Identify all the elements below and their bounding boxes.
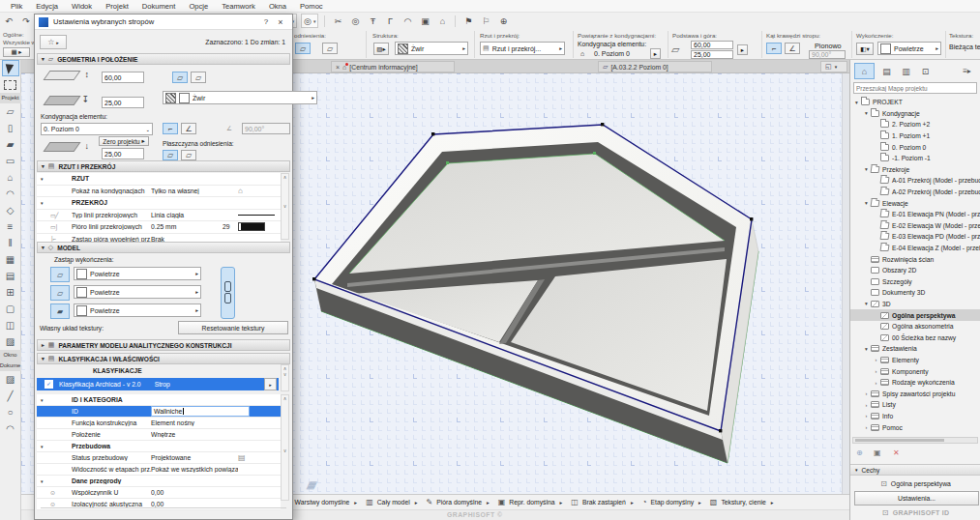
quick-structure-display[interactable]: ▥ Cały model [366,498,417,506]
object-tool[interactable]: ◫ [2,317,19,333]
delete-icon[interactable]: ✕ [893,448,900,457]
quick-layers[interactable]: ▤ Warstwy domyślne [283,498,357,506]
reference-plane-icon-1[interactable]: ▱ [163,150,178,160]
navigator-search-input[interactable] [853,82,977,94]
edge-angle-field[interactable] [809,50,846,59]
property-row[interactable]: ⊙ Współczynnik U 0,00 [37,487,281,499]
tab-close-icon[interactable]: × [336,64,340,71]
tree-item[interactable]: ▾ 3D [850,299,980,310]
tree-item[interactable]: Obszary 2D [850,265,980,276]
quick-renovation[interactable]: ◔ Etap domyślny [642,498,701,506]
tree-item[interactable]: ▾ Przekroje [850,164,980,176]
zero-reference-button[interactable]: Zero projektu ▸ [99,136,149,146]
story-link-button[interactable]: ▸ [650,48,661,59]
edge-custom-icon[interactable]: ∠ [785,43,800,54]
classification-more-button[interactable]: ▸ [264,378,277,390]
project-map-icon[interactable]: ⌂ [854,63,875,79]
navigator-settings-button[interactable]: Ustawienia... [854,491,979,506]
quick-3d-style[interactable]: ▧ Tekstury, cienie [710,498,774,506]
tree-item[interactable]: ▾ Kondygnacje [850,108,980,120]
section-geometry[interactable]: ▱GEOMETRIA I POŁOŻENIE [37,53,290,65]
menu-item[interactable]: Opcje [182,2,215,11]
adjust-tool-button[interactable]: Ŧ [365,14,380,28]
view-map-icon[interactable]: ▤ [876,63,897,79]
tree-item[interactable]: › Spisy zawartości projektu [850,388,980,399]
property-row[interactable]: ID I KATEGORIA [37,394,281,406]
menu-item[interactable]: Teamwork [215,2,262,11]
curtain-wall-tool[interactable]: ▦ [2,251,19,268]
menu-item[interactable]: Projekt [99,2,135,11]
property-row[interactable]: Funkcja konstrukcyjna Element nośny [37,418,281,429]
arrow-tool[interactable] [2,60,19,76]
publisher-icon[interactable]: ⊡ [915,63,935,79]
face-top-icon[interactable]: ▱ [50,267,70,282]
property-row[interactable]: ▭⌡ Pióro linii przekrojowych 0.25 mm 29 [37,221,281,234]
stair-tool[interactable]: ≡ [2,218,19,235]
section-structural-analysis[interactable]: ▦PARAMETRY MODELU ANALITYCZNEGO KONSTRUK… [37,339,290,351]
slab-tool[interactable]: ▭ [2,153,19,169]
menu-item[interactable]: Pomoc [293,2,330,11]
property-row[interactable]: Położenie Wnętrze [37,429,281,441]
tree-item[interactable]: A-02 Przekrój (Model - przebudowani [850,187,980,198]
menu-item[interactable]: Widok [65,2,99,11]
tree-item[interactable]: E-04 Elewacja Z (Model - przebudowa [850,243,980,254]
zoom-tool-button[interactable]: ◎ [347,14,363,28]
tree-item[interactable]: Dokumenty 3D [850,287,980,299]
circle-tool[interactable]: ○ [2,404,19,420]
marquee-tool[interactable] [2,76,19,93]
toolbox-section-document[interactable]: Dokume [0,361,21,371]
section-plan-and-section[interactable]: ▤RZUT I PRZEKRÓJ [37,160,290,172]
tree-item[interactable]: -1. Poziom -1 [850,153,980,164]
viewpoint-settings-icon[interactable]: ▣ [874,448,881,457]
trim-tool-button[interactable]: ✂ [330,14,345,28]
reference-plane-icon-2[interactable]: ▱ [181,150,196,160]
toolbox-section-design[interactable]: Projekt [0,93,21,103]
edge-vertical-toggle[interactable]: ⌐ [163,123,178,134]
tree-horizontal-scrollbar[interactable] [852,437,978,444]
plan-section-dropdown[interactable]: ▤Rzut i przekrój...▸ [480,42,565,55]
surface-top-dropdown[interactable]: Powietrze▸ [74,267,201,280]
add-viewpoint-icon[interactable]: ⊕ [856,448,863,457]
slab-thickness-field[interactable] [102,72,144,83]
magic-wand-button[interactable]: ⌂ [434,14,450,28]
window-tool[interactable]: ⊞ [2,284,19,301]
tree-item[interactable]: › Pomoc [850,421,980,433]
properties-collapse-bar[interactable]: Cechy [850,464,980,476]
tree-item[interactable]: E-01 Elewacja PN (Model - przebudow [850,209,980,220]
layout-book-icon[interactable]: ▥ [896,63,916,79]
tree-item[interactable]: 00 Ścieżka bez nazwy [850,332,980,343]
roof-tool[interactable]: ⌂ [2,169,19,186]
ref-plane-top-icon[interactable]: ▱ [295,43,311,54]
tree-item[interactable]: A-01 Przekrój (Model - przebudowani [850,175,980,187]
surface-dropdown[interactable]: Powietrze▸ [877,42,941,55]
section-classification[interactable]: ▤KLASYFIKACJA I WŁAŚCIWOŚCI [37,353,290,364]
tree-item[interactable]: › Listy [850,399,980,411]
navigator-menu-icon[interactable]: ≡▸ [957,63,977,79]
intersect-tool-button[interactable]: Γ [382,14,398,28]
fillet-tool-button[interactable]: ◠ [400,14,415,28]
ref-plane-top-toggle[interactable]: ▱ [172,72,188,83]
tree-item[interactable]: ▾ Elewacje [850,197,980,209]
tree-item[interactable]: Ogólna perspektywa [850,309,980,321]
property-row[interactable]: Widoczność w etapach prz... Pokaż we wsz… [37,464,281,476]
surface-paint-button[interactable]: ◧▾ [856,43,874,55]
zone-tool[interactable]: ▨ [2,333,19,350]
menu-item[interactable]: Okna [262,2,293,11]
tree-item[interactable]: Rozwinięcia ścian [850,253,980,265]
tree-item[interactable]: Szczegóły [850,276,980,288]
face-bottom-icon[interactable]: ▰ [50,303,70,319]
explode-tool-button[interactable]: ▣ [417,14,432,28]
structure-dropdown[interactable]: Żwir▸ [163,91,317,104]
favorites-button[interactable]: ☆ [40,35,67,49]
wall-tool[interactable]: ▱ [2,103,19,120]
property-row[interactable]: RZUT [37,173,281,186]
slab-top-offset-field[interactable] [102,97,144,108]
viewport-scrollbar[interactable] [842,73,849,494]
edge-angle-field[interactable] [242,123,290,134]
tree-item[interactable]: ▾ Zestawienia [850,343,980,355]
beam-tool[interactable]: ▰ [2,136,19,153]
edge-angle-toggle[interactable]: ∠ [181,123,196,134]
close-button[interactable]: × [273,17,288,27]
dialog-title-bar[interactable]: Ustawienia wybranych stropów ? × [35,14,292,30]
railing-tool[interactable]: ‖ [2,235,19,251]
